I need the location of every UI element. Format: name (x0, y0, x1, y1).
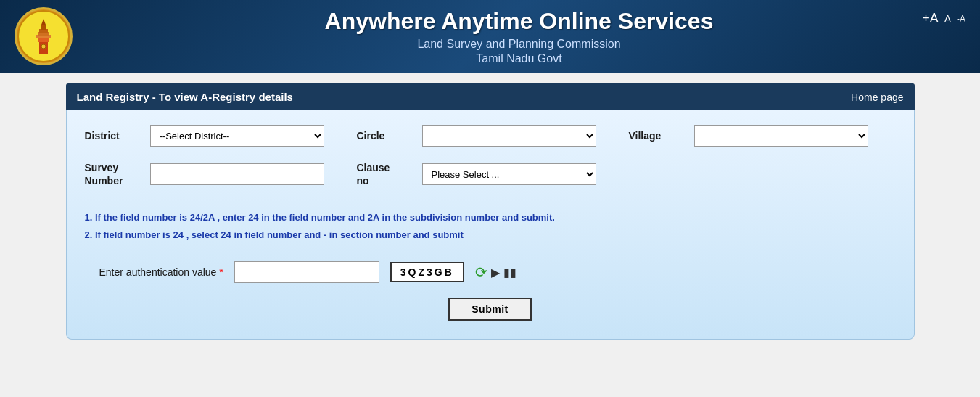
font-controls: +A A -A (922, 11, 965, 26)
survey-number-input[interactable] (150, 163, 324, 185)
form-container: District --Select District-- Circle Vill… (66, 110, 915, 340)
auth-required-marker: * (219, 266, 223, 278)
submit-row: Submit (85, 298, 896, 321)
village-select[interactable] (694, 125, 868, 147)
font-increase-button[interactable]: +A (922, 11, 939, 26)
svg-point-8 (41, 44, 46, 49)
page-bar: Land Registry - To view A-Registry detai… (66, 83, 915, 110)
font-decrease-button[interactable]: -A (957, 14, 965, 24)
header-subtitle2: Tamil Nadu Govt (73, 52, 965, 65)
submit-button[interactable]: Submit (448, 298, 531, 321)
clause-group: Clause no Please Select ... (357, 161, 596, 187)
header-text: Anywhere Anytime Online Services Land Su… (73, 8, 965, 65)
clause-select[interactable]: Please Select ... (422, 163, 596, 185)
survey-group: Survey Number (85, 161, 324, 187)
circle-select[interactable] (422, 125, 596, 147)
form-row-2: Survey Number Clause no Please Select ..… (85, 161, 896, 187)
circle-label: Circle (357, 130, 415, 142)
village-label: Village (629, 130, 687, 142)
village-group: Village (629, 125, 868, 147)
auth-label: Enter authentication value * (99, 266, 223, 278)
form-row-1: District --Select District-- Circle Vill… (85, 125, 896, 147)
font-normal-button[interactable]: A (944, 13, 951, 25)
district-select[interactable]: --Select District-- (150, 125, 324, 147)
auth-input[interactable] (234, 261, 379, 283)
instructions: 1. If the field number is 24/2A , enter … (85, 202, 896, 250)
captcha-display: 3QZ3GB (390, 262, 464, 282)
captcha-pause-button[interactable]: ▮▮ (503, 266, 516, 279)
header-subtitle: Land Survey and Planning Commission (73, 38, 965, 51)
header-title: Anywhere Anytime Online Services (73, 8, 965, 35)
circle-group: Circle (357, 125, 596, 147)
district-group: District --Select District-- (85, 125, 324, 147)
captcha-refresh-button[interactable]: ⟳ (475, 263, 487, 281)
survey-label: Survey Number (85, 161, 143, 187)
instruction-1: 1. If the field number is 24/2A , enter … (85, 209, 896, 226)
captcha-play-button[interactable]: ▶ (491, 266, 500, 279)
page-bar-title: Land Registry - To view A-Registry detai… (77, 91, 293, 103)
clause-label: Clause no (357, 161, 415, 187)
instruction-2: 2. If field number is 24 , select 24 in … (85, 226, 896, 243)
home-page-link[interactable]: Home page (851, 91, 903, 103)
auth-row: Enter authentication value * 3QZ3GB ⟳ ▶ … (85, 261, 896, 283)
logo (15, 7, 73, 65)
header: Anywhere Anytime Online Services Land Su… (0, 0, 980, 73)
district-label: District (85, 130, 143, 142)
main-content: Land Registry - To view A-Registry detai… (55, 83, 926, 340)
captcha-controls: ⟳ ▶ ▮▮ (475, 263, 516, 281)
svg-rect-6 (41, 25, 46, 30)
